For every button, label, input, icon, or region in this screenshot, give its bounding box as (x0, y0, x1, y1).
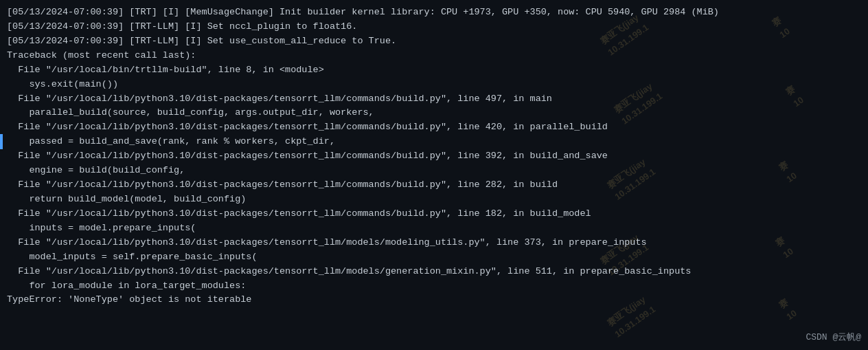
terminal-line-9: File "/usr/local/lib/python3.10/dist-pac… (7, 120, 861, 135)
terminal-window: 赛亚飞(jiay10.31.199.1 赛10 赛亚飞(jiay10.31.19… (0, 0, 868, 350)
terminal-line-12: engine = build(build_config, (7, 164, 861, 178)
csdn-label: CSDN @云帆@ (806, 331, 861, 344)
terminal-line-2: [05/13/2024-07:00:39] [TRT-LLM] [I] Set … (7, 20, 861, 34)
terminal-line-19: File "/usr/local/lib/python3.10/dist-pac… (7, 265, 861, 279)
terminal-line-6: sys.exit(main()) (7, 78, 861, 92)
terminal-line-5: File "/usr/local/bin/trtllm-build", line… (7, 63, 861, 78)
terminal-line-1: [05/13/2024-07:00:39] [TRT] [I] [MemUsag… (7, 6, 861, 20)
terminal-line-15: File "/usr/local/lib/python3.10/dist-pac… (7, 207, 861, 221)
terminal-line-14: return build_model(model, build_config) (7, 193, 861, 207)
terminal-line-20: for lora_module in lora_target_modules: (7, 279, 861, 294)
terminal-line-10: passed = build_and_save(rank, rank % wor… (7, 135, 861, 149)
terminal-line-7: File "/usr/local/lib/python3.10/dist-pac… (7, 92, 861, 107)
terminal-line-21: TypeError: 'NoneType' object is not iter… (7, 293, 861, 307)
terminal-line-8: parallel_build(source, build_config, arg… (7, 106, 861, 120)
left-indicator (0, 134, 3, 149)
terminal-line-17: File "/usr/local/lib/python3.10/dist-pac… (7, 236, 861, 250)
terminal-line-13: File "/usr/local/lib/python3.10/dist-pac… (7, 178, 861, 193)
terminal-line-16: inputs = model.prepare_inputs( (7, 221, 861, 236)
terminal-line-18: model_inputs = self.prepare_basic_inputs… (7, 250, 861, 265)
terminal-line-4: Traceback (most recent call last): (7, 49, 861, 63)
terminal-line-11: File "/usr/local/lib/python3.10/dist-pac… (7, 149, 861, 164)
terminal-line-3: [05/13/2024-07:00:39] [TRT-LLM] [I] Set … (7, 34, 861, 49)
